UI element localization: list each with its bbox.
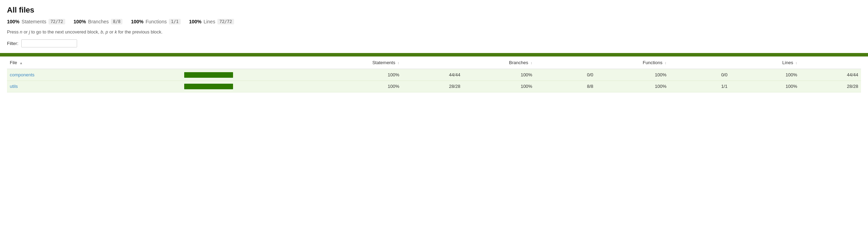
help-text: Press n or j to go to the next uncovered… [7, 29, 861, 35]
filter-input[interactable] [21, 39, 77, 47]
summary-branches: 100% Branches 8/8 [74, 19, 123, 24]
branches-pct-cell: 100% [463, 69, 535, 81]
branches-sort-icon: ↕ [531, 61, 532, 65]
branches-badge: 8/8 [111, 19, 123, 24]
functions-pct-cell: 100% [596, 69, 669, 81]
statements-count-cell: 28/28 [402, 81, 463, 92]
functions-sort-icon: ↕ [665, 61, 666, 65]
col-header-statements-count [402, 56, 463, 69]
col-header-lines[interactable]: Lines ↕ [730, 56, 800, 69]
col-header-file[interactable]: File ▲ [7, 56, 181, 69]
file-link[interactable]: components [10, 72, 35, 77]
branches-label: Branches [88, 19, 109, 24]
functions-count-cell: 0/0 [669, 69, 730, 81]
branches-pct-cell: 100% [463, 81, 535, 92]
summary-statements: 100% Statements 72/72 [7, 19, 65, 24]
progress-bar-cell [181, 69, 321, 81]
branches-count-cell: 0/0 [535, 69, 596, 81]
functions-badge: 1/1 [169, 19, 181, 24]
branches-pct: 100% [74, 19, 86, 24]
summary-functions: 100% Functions 1/1 [131, 19, 180, 24]
file-cell: utils [7, 81, 181, 92]
table-container: File ▲ Statements ↕ Branches ↕ Functions… [0, 56, 868, 92]
functions-count-cell: 1/1 [669, 81, 730, 92]
table-row: components 100% 44/44 100% 0/0 100% 0/0 … [7, 69, 861, 81]
progress-bar-cell [181, 81, 321, 92]
progress-bar-container [184, 72, 233, 78]
filter-label: Filter: [7, 41, 18, 46]
summary-row: 100% Statements 72/72 100% Branches 8/8 … [7, 19, 861, 24]
lines-label: Lines [203, 19, 215, 24]
statements-badge: 72/72 [48, 19, 65, 24]
col-header-statements[interactable]: Statements ↕ [321, 56, 402, 69]
branches-count-cell: 8/8 [535, 81, 596, 92]
col-header-functions[interactable]: Functions ↕ [596, 56, 669, 69]
file-sort-icon: ▲ [20, 61, 23, 65]
statements-label: Statements [22, 19, 46, 24]
col-header-lines-count [800, 56, 861, 69]
lines-pct-cell: 100% [730, 69, 800, 81]
col-header-progress-bar [181, 56, 321, 69]
lines-count-cell: 28/28 [800, 81, 861, 92]
statements-count-cell: 44/44 [402, 69, 463, 81]
functions-label: Functions [145, 19, 167, 24]
page-container: All files 100% Statements 72/72 100% Bra… [0, 0, 868, 53]
statements-pct-cell: 100% [321, 81, 402, 92]
statements-pct-cell: 100% [321, 69, 402, 81]
col-header-functions-count [669, 56, 730, 69]
file-link[interactable]: utils [10, 84, 18, 89]
table-header-row: File ▲ Statements ↕ Branches ↕ Functions… [7, 56, 861, 69]
summary-lines: 100% Lines 72/72 [189, 19, 234, 24]
col-header-branches[interactable]: Branches ↕ [463, 56, 535, 69]
table-row: utils 100% 28/28 100% 8/8 100% 1/1 100% … [7, 81, 861, 92]
lines-sort-icon: ↕ [795, 61, 797, 65]
lines-count-cell: 44/44 [800, 69, 861, 81]
lines-pct: 100% [189, 19, 202, 24]
coverage-table: File ▲ Statements ↕ Branches ↕ Functions… [7, 56, 861, 92]
col-header-branches-count [535, 56, 596, 69]
statements-sort-icon: ↕ [398, 61, 399, 65]
functions-pct-cell: 100% [596, 81, 669, 92]
lines-badge: 72/72 [217, 19, 234, 24]
functions-pct: 100% [131, 19, 143, 24]
filter-row: Filter: [7, 39, 861, 53]
file-cell: components [7, 69, 181, 81]
page-title: All files [7, 6, 861, 15]
progress-bar-fill [184, 72, 233, 78]
statements-pct: 100% [7, 19, 20, 24]
lines-pct-cell: 100% [730, 81, 800, 92]
progress-bar-container [184, 84, 233, 89]
progress-bar-fill [184, 84, 233, 89]
coverage-bar [0, 53, 868, 56]
